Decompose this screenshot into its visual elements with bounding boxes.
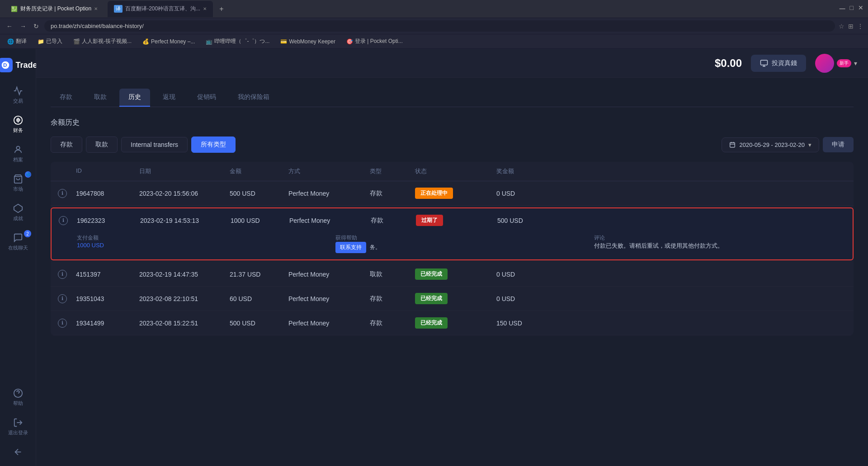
info-icon-row1[interactable]: ℹ: [58, 189, 67, 198]
help-suffix: 务。: [370, 244, 381, 250]
support-link[interactable]: 联系支持: [335, 242, 366, 253]
bookmark-imported-icon: 📁: [38, 38, 44, 45]
bookmark-translate[interactable]: 🌐 翻译: [5, 37, 29, 46]
logo-text: Trade: [15, 61, 37, 70]
invest-button[interactable]: 投資真錢: [751, 55, 806, 72]
tab-withdraw[interactable]: 取款: [85, 89, 116, 107]
bookmark-pocket[interactable]: 🎯 登录 | Pocket Opti...: [344, 37, 406, 46]
window-controls: ─ □ ✕: [840, 4, 863, 14]
row4-status-badge: 已经完成: [415, 293, 448, 304]
tab-1[interactable]: 💹 财务历史记录 | Pocket Option ✕: [5, 1, 104, 17]
sidebar-item-back[interactable]: [8, 442, 28, 461]
address-bar-row: ← → ↻ ☆ ⊞ ⋮: [0, 18, 868, 34]
row1-amount: 500 USD: [230, 190, 288, 197]
tab-deposit[interactable]: 存款: [51, 89, 81, 107]
page-tabs: 存款 取款 历史 返现 促销码 我的保险箱: [51, 89, 854, 107]
col-status: 状态: [415, 167, 496, 175]
sidebar-item-achievements[interactable]: 成就: [0, 199, 36, 226]
bookmark-imported[interactable]: 📁 已导入: [35, 37, 65, 46]
win-minimize[interactable]: ─: [840, 4, 845, 14]
row4-status: 已经完成: [415, 293, 496, 304]
col-id: ID: [76, 167, 139, 175]
date-picker[interactable]: 2020-05-29 - 2023-02-20 ▾: [722, 137, 819, 152]
new-tab-button[interactable]: +: [217, 5, 226, 13]
invest-icon: [760, 59, 768, 67]
sidebar-item-profile[interactable]: 档案: [0, 140, 36, 168]
bookmark-icon[interactable]: ☆: [839, 23, 844, 30]
section-title: 余额历史: [51, 118, 854, 127]
info-icon-row2[interactable]: ℹ: [59, 216, 68, 225]
row3-type: 取款: [370, 270, 415, 278]
logo[interactable]: D Trade: [0, 53, 38, 81]
chart-icon: [13, 86, 23, 96]
refresh-button[interactable]: ↻: [32, 23, 41, 30]
filter-withdraw[interactable]: 取款: [86, 137, 118, 153]
tab-1-close[interactable]: ✕: [94, 6, 98, 11]
sidebar-item-market[interactable]: 市场 🔵: [0, 169, 36, 197]
info-icon-row3[interactable]: ℹ: [58, 270, 67, 279]
filter-all[interactable]: 所有类型: [191, 137, 236, 153]
filter-deposit[interactable]: 存款: [51, 137, 82, 153]
avatar-wrapper[interactable]: 新手 ▾: [815, 54, 857, 73]
menu-icon[interactable]: ⋮: [857, 23, 863, 30]
row1-status: 正在处理中: [415, 188, 496, 199]
tab-cashback[interactable]: 返现: [154, 89, 184, 107]
bookmark-bilibili[interactable]: 📺 哔哩哔哩（゜-゜）つ...: [203, 37, 272, 46]
bookmark-perfectmoney[interactable]: 💰 Perfect Money –...: [140, 38, 198, 46]
row2-id: 19622323: [77, 217, 140, 224]
row1-date: 2023-02-20 15:56:06: [139, 190, 230, 197]
table-row-expanded: ℹ 19622323 2023-02-19 14:53:13 1000 USD …: [51, 207, 854, 260]
info-icon-row5[interactable]: ℹ: [58, 319, 67, 328]
dollar-icon: [13, 115, 23, 125]
filter-internal[interactable]: Internal transfers: [121, 137, 188, 152]
tab-vault[interactable]: 我的保险箱: [229, 89, 278, 107]
bookmark-bilibili-label: 哔哩哔哩（゜-゜）つ...: [214, 38, 269, 45]
calendar-icon: [729, 141, 736, 148]
tab-promo[interactable]: 促销码: [188, 89, 225, 107]
tab-2[interactable]: 译 百度翻译-200种语言互译、沟... ✕: [108, 1, 213, 17]
tab-history[interactable]: 历史: [119, 89, 150, 107]
row1-bonus: 0 USD: [496, 190, 551, 197]
col-date: 日期: [139, 167, 230, 175]
row5-bonus: 150 USD: [496, 320, 551, 327]
win-maximize[interactable]: □: [850, 4, 854, 14]
sidebar-item-logout[interactable]: 退出登录: [8, 413, 28, 441]
invest-button-label: 投資真錢: [772, 59, 797, 67]
bookmark-imported-label: 已导入: [46, 38, 62, 45]
apply-button[interactable]: 申请: [823, 137, 854, 152]
logout-icon: [13, 418, 23, 428]
sidebar-item-help[interactable]: 帮助: [8, 384, 28, 411]
sidebar-item-chat[interactable]: 2 在线聊天: [0, 228, 36, 256]
expanded-row-main: ℹ 19622323 2023-02-19 14:53:13 1000 USD …: [52, 208, 853, 232]
browser-chrome: 💹 财务历史记录 | Pocket Option ✕ 译 百度翻译-200种语言…: [0, 0, 868, 18]
back-button[interactable]: ←: [5, 23, 14, 30]
bookmark-pocket-label: 登录 | Pocket Opti...: [355, 38, 403, 45]
app-container: D Trade 交易 财务 档案 市场 🔵: [0, 49, 868, 466]
back-arrow-icon: [13, 447, 23, 457]
forward-button[interactable]: →: [18, 23, 28, 30]
help-label: 获得帮助: [335, 234, 587, 242]
chat-badge: 2: [24, 230, 31, 237]
sidebar-item-finance[interactable]: 财务: [0, 111, 36, 138]
sidebar-nav: 交易 财务 档案 市场 🔵 成就: [0, 81, 36, 256]
info-icon-row4[interactable]: ℹ: [58, 294, 67, 303]
bookmark-renren[interactable]: 🎬 人人影视-筷子视频...: [71, 37, 134, 46]
bookmark-webmoney[interactable]: 💳 WebMoney Keeper: [278, 38, 338, 46]
payment-label: 支付金额: [77, 234, 328, 242]
sidebar-item-trading[interactable]: 交易: [0, 81, 36, 109]
bookmark-webmoney-icon: 💳: [280, 38, 287, 45]
tab-2-close[interactable]: ✕: [203, 6, 207, 11]
table-row: ℹ 19351043 2023-02-08 22:10:51 60 USD Pe…: [51, 287, 854, 311]
avatar-chevron-icon: ▾: [854, 60, 857, 67]
row4-method: Perfect Money: [288, 295, 370, 302]
expanded-row-details: 支付金额 1000 USD 获得帮助 联系支持 务。 评论 付款已失败。请稍后重…: [52, 232, 853, 259]
sidebar: D Trade 交易 财务 档案 市场 🔵: [0, 49, 36, 466]
address-input[interactable]: [44, 20, 835, 32]
win-close[interactable]: ✕: [858, 4, 863, 14]
diamond-icon: [13, 203, 23, 213]
extensions-icon[interactable]: ⊞: [848, 23, 854, 30]
row3-id: 4151397: [76, 271, 139, 278]
row1-method: Perfect Money: [288, 190, 370, 197]
row2-status: 过期了: [416, 215, 497, 226]
row4-type: 存款: [370, 295, 415, 303]
